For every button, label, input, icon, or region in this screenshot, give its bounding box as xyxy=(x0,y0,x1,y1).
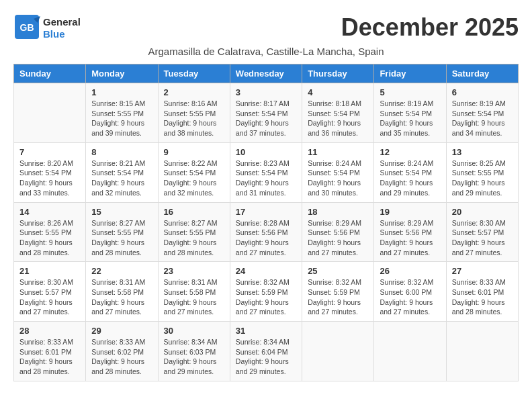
day-detail: Sunrise: 8:19 AMSunset: 5:54 PMDaylight:… xyxy=(380,99,440,138)
day-number: 19 xyxy=(380,207,440,217)
calendar-cell: 29Sunrise: 8:33 AMSunset: 6:02 PMDayligh… xyxy=(86,322,158,381)
day-detail: Sunrise: 8:19 AMSunset: 5:54 PMDaylight:… xyxy=(452,99,513,138)
day-detail: Sunrise: 8:30 AMSunset: 5:57 PMDaylight:… xyxy=(452,218,513,258)
day-detail: Sunrise: 8:22 AMSunset: 5:54 PMDaylight:… xyxy=(164,158,224,198)
day-detail: Sunrise: 8:31 AMSunset: 5:58 PMDaylight:… xyxy=(91,277,152,317)
calendar-cell: 28Sunrise: 8:33 AMSunset: 6:01 PMDayligh… xyxy=(14,322,86,381)
calendar-cell: 27Sunrise: 8:33 AMSunset: 6:01 PMDayligh… xyxy=(446,262,518,322)
calendar-week-3: 21Sunrise: 8:30 AMSunset: 5:57 PMDayligh… xyxy=(14,262,519,322)
header-saturday: Saturday xyxy=(446,64,518,83)
header-tuesday: Tuesday xyxy=(158,64,230,83)
calendar-cell xyxy=(302,322,374,381)
calendar-cell: 20Sunrise: 8:30 AMSunset: 5:57 PMDayligh… xyxy=(446,202,518,262)
calendar-cell xyxy=(374,322,446,381)
day-detail: Sunrise: 8:16 AMSunset: 5:55 PMDaylight:… xyxy=(164,99,224,138)
calendar-cell: 13Sunrise: 8:25 AMSunset: 5:55 PMDayligh… xyxy=(446,142,518,202)
calendar-cell: 6Sunrise: 8:19 AMSunset: 5:54 PMDaylight… xyxy=(446,83,518,143)
day-detail: Sunrise: 8:24 AMSunset: 5:54 PMDaylight:… xyxy=(380,158,440,198)
day-number: 3 xyxy=(236,87,296,97)
day-number: 11 xyxy=(308,147,368,157)
calendar-week-4: 28Sunrise: 8:33 AMSunset: 6:01 PMDayligh… xyxy=(14,322,519,381)
calendar-cell: 18Sunrise: 8:29 AMSunset: 5:56 PMDayligh… xyxy=(302,202,374,262)
calendar-cell: 14Sunrise: 8:26 AMSunset: 5:55 PMDayligh… xyxy=(14,202,86,262)
day-detail: Sunrise: 8:27 AMSunset: 5:55 PMDaylight:… xyxy=(164,218,224,258)
day-detail: Sunrise: 8:17 AMSunset: 5:54 PMDaylight:… xyxy=(236,99,296,138)
day-number: 6 xyxy=(452,87,513,97)
day-detail: Sunrise: 8:25 AMSunset: 5:55 PMDaylight:… xyxy=(452,158,513,198)
day-detail: Sunrise: 8:33 AMSunset: 6:02 PMDaylight:… xyxy=(91,337,152,377)
day-number: 25 xyxy=(308,266,368,276)
calendar-week-1: 7Sunrise: 8:20 AMSunset: 5:54 PMDaylight… xyxy=(14,142,519,202)
day-detail: Sunrise: 8:32 AMSunset: 5:59 PMDaylight:… xyxy=(308,277,368,317)
day-number: 10 xyxy=(236,147,296,157)
day-detail: Sunrise: 8:33 AMSunset: 6:01 PMDaylight:… xyxy=(19,337,80,377)
day-number: 4 xyxy=(308,87,368,97)
logo: GB General Blue xyxy=(13,13,81,43)
calendar-cell: 8Sunrise: 8:21 AMSunset: 5:54 PMDaylight… xyxy=(86,142,158,202)
day-number: 22 xyxy=(91,266,152,276)
day-detail: Sunrise: 8:24 AMSunset: 5:54 PMDaylight:… xyxy=(308,158,368,198)
calendar-cell: 21Sunrise: 8:30 AMSunset: 5:57 PMDayligh… xyxy=(14,262,86,322)
calendar-cell: 19Sunrise: 8:29 AMSunset: 5:56 PMDayligh… xyxy=(374,202,446,262)
day-detail: Sunrise: 8:20 AMSunset: 5:54 PMDaylight:… xyxy=(19,158,80,198)
logo-icon: GB xyxy=(13,13,40,40)
day-detail: Sunrise: 8:30 AMSunset: 5:57 PMDaylight:… xyxy=(19,277,80,317)
calendar-cell xyxy=(446,322,518,381)
calendar-cell: 17Sunrise: 8:28 AMSunset: 5:56 PMDayligh… xyxy=(230,202,302,262)
subtitle: Argamasilla de Calatrava, Castille-La Ma… xyxy=(13,46,519,57)
day-detail: Sunrise: 8:21 AMSunset: 5:54 PMDaylight:… xyxy=(91,158,152,198)
header-thursday: Thursday xyxy=(302,64,374,83)
calendar-cell: 30Sunrise: 8:34 AMSunset: 6:03 PMDayligh… xyxy=(158,322,230,381)
day-detail: Sunrise: 8:34 AMSunset: 6:03 PMDaylight:… xyxy=(164,337,224,377)
page-title: December 2025 xyxy=(341,13,519,42)
day-number: 31 xyxy=(236,326,296,336)
calendar-cell: 22Sunrise: 8:31 AMSunset: 5:58 PMDayligh… xyxy=(86,262,158,322)
calendar-cell: 9Sunrise: 8:22 AMSunset: 5:54 PMDaylight… xyxy=(158,142,230,202)
calendar-cell: 23Sunrise: 8:31 AMSunset: 5:58 PMDayligh… xyxy=(158,262,230,322)
day-detail: Sunrise: 8:28 AMSunset: 5:56 PMDaylight:… xyxy=(236,218,296,258)
day-number: 28 xyxy=(19,326,80,336)
day-number: 15 xyxy=(91,207,152,217)
calendar-cell: 25Sunrise: 8:32 AMSunset: 5:59 PMDayligh… xyxy=(302,262,374,322)
calendar-cell: 11Sunrise: 8:24 AMSunset: 5:54 PMDayligh… xyxy=(302,142,374,202)
day-number: 24 xyxy=(236,266,296,276)
day-detail: Sunrise: 8:15 AMSunset: 5:55 PMDaylight:… xyxy=(91,99,152,138)
day-number: 23 xyxy=(164,266,224,276)
calendar-cell: 7Sunrise: 8:20 AMSunset: 5:54 PMDaylight… xyxy=(14,142,86,202)
day-number: 2 xyxy=(164,87,224,97)
header-friday: Friday xyxy=(374,64,446,83)
day-number: 1 xyxy=(91,87,152,97)
logo-blue: Blue xyxy=(43,28,65,40)
day-number: 8 xyxy=(91,147,152,157)
calendar-cell xyxy=(14,83,86,143)
calendar-cell: 5Sunrise: 8:19 AMSunset: 5:54 PMDaylight… xyxy=(374,83,446,143)
day-detail: Sunrise: 8:29 AMSunset: 5:56 PMDaylight:… xyxy=(308,218,368,258)
day-detail: Sunrise: 8:26 AMSunset: 5:55 PMDaylight:… xyxy=(19,218,80,258)
day-detail: Sunrise: 8:23 AMSunset: 5:54 PMDaylight:… xyxy=(236,158,296,198)
calendar-cell: 31Sunrise: 8:34 AMSunset: 6:04 PMDayligh… xyxy=(230,322,302,381)
calendar-cell: 2Sunrise: 8:16 AMSunset: 5:55 PMDaylight… xyxy=(158,83,230,143)
day-number: 14 xyxy=(19,207,80,217)
day-number: 18 xyxy=(308,207,368,217)
calendar-cell: 15Sunrise: 8:27 AMSunset: 5:55 PMDayligh… xyxy=(86,202,158,262)
day-detail: Sunrise: 8:32 AMSunset: 6:00 PMDaylight:… xyxy=(380,277,440,317)
day-detail: Sunrise: 8:27 AMSunset: 5:55 PMDaylight:… xyxy=(91,218,152,258)
day-number: 5 xyxy=(380,87,440,97)
day-detail: Sunrise: 8:18 AMSunset: 5:54 PMDaylight:… xyxy=(308,99,368,138)
day-number: 9 xyxy=(164,147,224,157)
calendar-cell: 3Sunrise: 8:17 AMSunset: 5:54 PMDaylight… xyxy=(230,83,302,143)
calendar-cell: 24Sunrise: 8:32 AMSunset: 5:59 PMDayligh… xyxy=(230,262,302,322)
day-detail: Sunrise: 8:33 AMSunset: 6:01 PMDaylight:… xyxy=(452,277,513,317)
header-monday: Monday xyxy=(86,64,158,83)
day-number: 13 xyxy=(452,147,513,157)
calendar-week-0: 1Sunrise: 8:15 AMSunset: 5:55 PMDaylight… xyxy=(14,83,519,143)
calendar-cell: 16Sunrise: 8:27 AMSunset: 5:55 PMDayligh… xyxy=(158,202,230,262)
day-number: 30 xyxy=(164,326,224,336)
day-number: 12 xyxy=(380,147,440,157)
header-wednesday: Wednesday xyxy=(230,64,302,83)
day-detail: Sunrise: 8:34 AMSunset: 6:04 PMDaylight:… xyxy=(236,337,296,377)
day-number: 17 xyxy=(236,207,296,217)
calendar-cell: 26Sunrise: 8:32 AMSunset: 6:00 PMDayligh… xyxy=(374,262,446,322)
day-number: 20 xyxy=(452,207,513,217)
calendar-cell: 4Sunrise: 8:18 AMSunset: 5:54 PMDaylight… xyxy=(302,83,374,143)
